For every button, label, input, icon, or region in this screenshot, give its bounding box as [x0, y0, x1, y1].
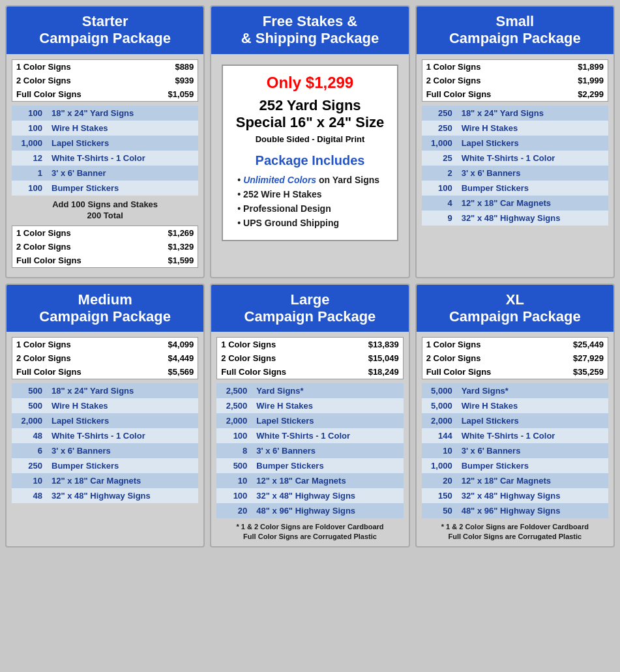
- price-label: Full Color Signs: [12, 254, 140, 268]
- table-row: 23' x 6' Banners: [422, 166, 608, 181]
- qty: 10: [12, 473, 48, 488]
- qty: 25: [422, 151, 458, 166]
- table-row: 1 Color Signs $889: [12, 59, 198, 74]
- table-row: 48White T-Shirts - 1 Color: [12, 428, 198, 443]
- price-value: $25,449: [544, 338, 608, 352]
- list-item: • Professional Design: [237, 203, 389, 214]
- qty: 150: [422, 488, 458, 503]
- item-desc: 12" x 18" Car Magnets: [48, 473, 198, 488]
- item-desc: 18" x 24" Yard Signs: [48, 383, 198, 398]
- starter-body: 1 Color Signs $889 2 Color Signs $939 Fu…: [7, 54, 203, 277]
- price-value: $2,299: [549, 87, 608, 102]
- price-value: $1,599: [139, 254, 198, 268]
- package-includes-title: Package Includes: [231, 153, 389, 168]
- medium-price-table: 1 Color Signs $4,099 2 Color Signs $4,44…: [12, 337, 198, 379]
- item-desc: Bumper Stickers: [458, 181, 608, 196]
- table-row: Full Color Signs $5,569: [12, 365, 198, 379]
- price-value: $4,449: [139, 351, 198, 365]
- price-label: 1 Color Signs: [422, 338, 543, 352]
- item-desc: 32" x 48" Highway Signs: [48, 488, 198, 503]
- table-row: 2 Color Signs $1,329: [12, 240, 198, 254]
- qty: 500: [12, 383, 48, 398]
- qty: 48: [12, 428, 48, 443]
- table-row: 100White T-Shirts - 1 Color: [216, 428, 403, 443]
- large-price-table: 1 Color Signs $13,839 2 Color Signs $15,…: [216, 337, 403, 379]
- qty: 100: [12, 106, 48, 121]
- price-value: $889: [139, 59, 198, 74]
- table-row: 4832" x 48" Highway Signs: [12, 488, 198, 503]
- price-value: $1,059: [139, 87, 198, 102]
- table-row: 2,000Lapel Stickers: [216, 413, 403, 428]
- price-label: 2 Color Signs: [12, 351, 140, 365]
- table-row: Full Color Signs $18,249: [217, 365, 403, 379]
- qty: 100: [12, 121, 48, 136]
- item-desc: 48" x 96" Highway Signs: [252, 503, 403, 518]
- item-desc: Lapel Stickers: [458, 136, 608, 151]
- table-row: 1,000Lapel Stickers: [422, 136, 608, 151]
- table-row: 1012" x 18" Car Magnets: [216, 473, 403, 488]
- table-row: 2,000Lapel Stickers: [422, 413, 608, 428]
- table-row: 412" x 18" Car Magnets: [422, 196, 608, 211]
- table-row: 2 Color Signs $27,929: [422, 351, 608, 365]
- large-footnote: * 1 & 2 Color Signs are Foldover Cardboa…: [216, 522, 403, 541]
- table-row: 2 Color Signs $15,049: [217, 351, 403, 365]
- xl-footnote: * 1 & 2 Color Signs are Foldover Cardboa…: [422, 522, 608, 541]
- table-row: 1 Color Signs $25,449: [422, 338, 608, 352]
- item-desc: Yard Signs*: [252, 383, 403, 398]
- only-price: Only $1,299: [231, 74, 389, 92]
- qty: 2,500: [216, 398, 252, 413]
- xl-items-table: 5,000Yard Signs* 5,000Wire H Stakes 2,00…: [422, 383, 608, 518]
- price-label: Full Color Signs: [217, 365, 338, 379]
- item-desc: 3' x 6' Banners: [252, 443, 403, 458]
- double-sided-label: Double Sided - Digital Print: [231, 134, 389, 144]
- price-value: $1,269: [139, 226, 198, 240]
- qty: 50: [422, 503, 458, 518]
- free-stakes-package: Free Stakes && Shipping Package Only $1,…: [210, 5, 409, 278]
- table-row: 15032" x 48" Highway Signs: [422, 488, 608, 503]
- xl-package: XLCampaign Package 1 Color Signs $25,449…: [415, 284, 615, 548]
- price-label: Full Color Signs: [12, 365, 140, 379]
- qty: 1,000: [12, 136, 48, 151]
- table-row: 13' x 6' Banner: [12, 166, 198, 181]
- item-desc: 3' x 6' Banners: [458, 443, 608, 458]
- table-row: Full Color Signs $2,299: [422, 87, 608, 102]
- small-body: 1 Color Signs $1,899 2 Color Signs $1,99…: [417, 54, 613, 235]
- table-row: 144White T-Shirts - 1 Color: [422, 428, 608, 443]
- qty: 1,000: [422, 136, 458, 151]
- price-label: 2 Color Signs: [12, 240, 140, 254]
- price-label: 1 Color Signs: [217, 338, 338, 352]
- table-row: 63' x 6' Banners: [12, 443, 198, 458]
- table-row: 2,500Wire H Stakes: [216, 398, 403, 413]
- price-value: $13,839: [338, 338, 403, 352]
- item-desc: 18" x 24" Yard Signs: [458, 106, 608, 121]
- qty: 100: [422, 181, 458, 196]
- item-desc: 32" x 48" Highway Signs: [458, 211, 608, 226]
- table-row: 10018" x 24" Yard Signs: [12, 106, 198, 121]
- price-value: $15,049: [338, 351, 403, 365]
- table-row: 1012" x 18" Car Magnets: [12, 473, 198, 488]
- qty: 100: [216, 428, 252, 443]
- qty: 9: [422, 211, 458, 226]
- free-stakes-body: Only $1,299 252 Yard SignsSpecial 16" x …: [211, 54, 408, 252]
- price-label: 1 Color Signs: [422, 59, 549, 74]
- item-desc: Lapel Stickers: [458, 413, 608, 428]
- table-row: 100Bumper Stickers: [12, 181, 198, 196]
- includes-list: • Unlimited Colors on Yard Signs • 252 W…: [231, 175, 389, 228]
- price-value: $35,259: [544, 365, 608, 379]
- xl-body: 1 Color Signs $25,449 2 Color Signs $27,…: [417, 332, 613, 546]
- qty: 100: [12, 181, 48, 196]
- price-label: 2 Color Signs: [217, 351, 338, 365]
- qty: 8: [216, 443, 252, 458]
- item-desc: Bumper Stickers: [458, 458, 608, 473]
- qty: 4: [422, 196, 458, 211]
- qty: 20: [422, 473, 458, 488]
- list-item: • 252 Wire H Stakes: [237, 189, 389, 199]
- price-value: $27,929: [544, 351, 608, 365]
- qty: 100: [216, 488, 252, 503]
- qty: 5,000: [422, 398, 458, 413]
- table-row: 2,500Yard Signs*: [216, 383, 403, 398]
- price-value: $1,999: [549, 74, 608, 87]
- medium-body: 1 Color Signs $4,099 2 Color Signs $4,44…: [7, 332, 203, 512]
- large-package: LargeCampaign Package 1 Color Signs $13,…: [210, 284, 409, 548]
- item-desc: 12" x 18" Car Magnets: [252, 473, 403, 488]
